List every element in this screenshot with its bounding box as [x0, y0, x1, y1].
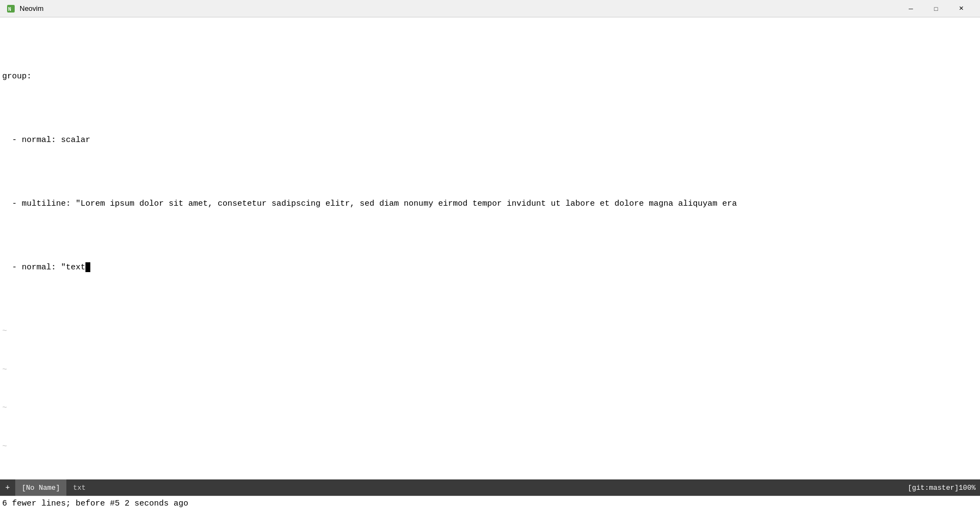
text-cursor: [85, 262, 90, 272]
tilde-line-4: ~: [0, 440, 980, 453]
editor-content: group: - normal: scalar - multiline: "Lo…: [0, 20, 980, 479]
editor-line-2: - normal: scalar: [0, 134, 980, 147]
app-icon: N: [7, 4, 15, 13]
title-bar: N Neovim ─ □ ✕: [0, 0, 980, 17]
editor-area[interactable]: group: - normal: scalar - multiline: "Lo…: [0, 17, 980, 479]
tilde-line-3: ~: [0, 402, 980, 415]
tilde-line-1: ~: [0, 325, 980, 338]
tab-bar: + [No Name] txt [git:master]100%: [0, 479, 980, 496]
minimize-button[interactable]: ─: [898, 0, 923, 17]
tab-no-name-label: [No Name]: [22, 484, 60, 492]
tab-txt-label: txt: [73, 484, 85, 492]
editor-line-1: group:: [0, 70, 980, 83]
restore-button[interactable]: □: [923, 0, 948, 17]
line-1-content: group:: [2, 70, 32, 83]
new-tab-button[interactable]: +: [0, 479, 15, 496]
window-controls: ─ □ ✕: [898, 0, 973, 17]
tab-bar-right-status: [git:master]100%: [908, 484, 980, 492]
tilde-line-5: ~: [0, 478, 980, 479]
editor-line-3: - multiline: "Lorem ipsum dolor sit amet…: [0, 198, 980, 211]
status-bar: 6 fewer lines; before #5 2 seconds ago: [0, 496, 980, 511]
line-4-content: - normal: "text: [2, 261, 90, 274]
line-3-content: - multiline: "Lorem ipsum dolor sit amet…: [2, 198, 737, 210]
tab-txt[interactable]: txt: [66, 479, 92, 496]
tab-no-name[interactable]: [No Name]: [15, 479, 66, 496]
tilde-line-2: ~: [0, 364, 980, 377]
status-message: 6 fewer lines; before #5 2 seconds ago: [2, 499, 188, 508]
svg-text:N: N: [8, 7, 11, 12]
line-2-content: - normal: scalar: [2, 134, 90, 146]
window-title: Neovim: [20, 4, 898, 13]
close-button[interactable]: ✕: [948, 0, 973, 17]
editor-line-4: - normal: "text: [0, 261, 980, 274]
